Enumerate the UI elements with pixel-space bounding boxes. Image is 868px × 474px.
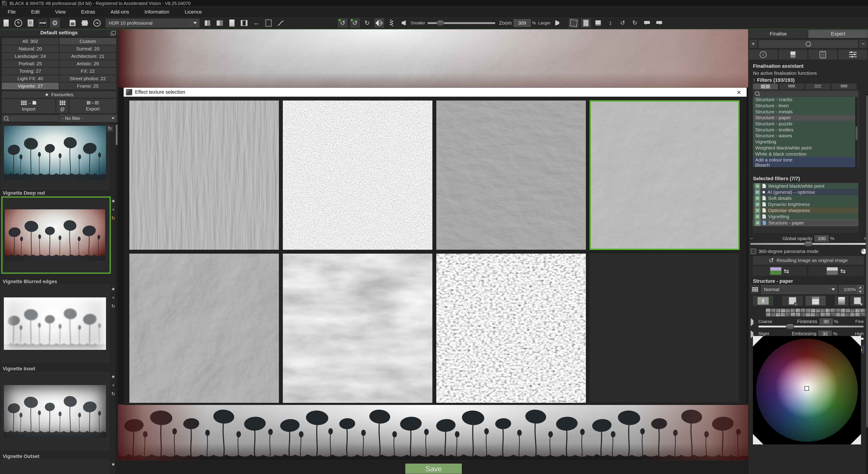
resulting-image-button[interactable]: ↺ Resulting image as original image bbox=[753, 256, 864, 265]
texture-chip[interactable] bbox=[850, 309, 855, 312]
filter-item[interactable]: Weighted black/white point bbox=[753, 145, 858, 151]
preset-thumbnail-blurred-edges[interactable] bbox=[1, 284, 109, 363]
close-icon[interactable]: × bbox=[735, 88, 743, 97]
texture-gradient-button[interactable] bbox=[835, 296, 848, 306]
scrollbar-thumb[interactable] bbox=[116, 125, 118, 145]
selected-filter-row[interactable]: Weighted black/white point bbox=[753, 183, 858, 189]
preview-toggle-button[interactable] bbox=[215, 18, 225, 28]
category-landscape[interactable]: Landscape: 24 bbox=[2, 53, 59, 60]
filter-list-search[interactable] bbox=[753, 90, 859, 97]
filter-item-selected[interactable]: Structure - paper bbox=[753, 115, 858, 121]
texture-chip[interactable] bbox=[781, 313, 785, 316]
fineness-slider[interactable] bbox=[758, 326, 864, 328]
texture-chip[interactable] bbox=[835, 309, 840, 312]
menu-extras[interactable]: Extras bbox=[73, 7, 103, 17]
category-fx[interactable]: FX: 22 bbox=[59, 68, 116, 74]
spinner-down[interactable] bbox=[857, 290, 864, 294]
texture-chip[interactable] bbox=[845, 309, 850, 312]
colour-wheel-selector[interactable] bbox=[804, 386, 809, 391]
menu-addons[interactable]: Add-ons bbox=[103, 7, 137, 17]
batch-button[interactable] bbox=[239, 18, 249, 28]
texture-chip[interactable] bbox=[786, 309, 790, 312]
texture-chip[interactable] bbox=[860, 309, 865, 312]
filter-item[interactable]: Structure - puzzle bbox=[753, 121, 858, 127]
blend-opacity-spinner[interactable]: 100% bbox=[839, 285, 864, 294]
preset-thumbnail-deep-red[interactable] bbox=[1, 197, 111, 274]
category-natural[interactable]: Natural: 20 bbox=[2, 45, 59, 52]
preset-filter-dropdown[interactable]: - No filter - bbox=[59, 115, 117, 122]
menu-licence[interactable]: Licence bbox=[177, 7, 210, 17]
remove-filter-button[interactable]: − bbox=[859, 40, 867, 48]
menu-file[interactable]: File bbox=[0, 7, 23, 17]
spinner-up[interactable] bbox=[857, 285, 864, 289]
filter-item[interactable]: Add a colour tone bbox=[753, 157, 858, 163]
add-preset-icon[interactable]: + bbox=[112, 382, 115, 388]
selected-filter-row[interactable]: AI (general) – optimise bbox=[753, 189, 858, 195]
texture-chip[interactable] bbox=[850, 313, 855, 316]
curve-button[interactable] bbox=[276, 18, 286, 28]
refresh-icon[interactable]: ↻ bbox=[111, 391, 115, 397]
texture-chip[interactable] bbox=[786, 313, 790, 316]
panel-scrollbar[interactable] bbox=[866, 94, 868, 474]
rotate-left-button[interactable]: ↺ bbox=[618, 18, 627, 28]
share-button[interactable]: ➔ bbox=[92, 18, 102, 28]
undo-history-button[interactable]: ↺ bbox=[350, 18, 360, 28]
texture-chip[interactable] bbox=[840, 309, 845, 312]
preset-dropdown-button[interactable] bbox=[191, 19, 199, 27]
filters-header-row[interactable]: ↑ Filters (193/193) bbox=[753, 77, 795, 83]
texture-chip[interactable] bbox=[776, 313, 780, 316]
menu-edit[interactable]: Edit bbox=[23, 7, 47, 17]
zoom-value[interactable]: 309 bbox=[514, 19, 531, 27]
refresh-icon[interactable]: ↻ bbox=[106, 125, 113, 132]
texture-chip[interactable] bbox=[791, 313, 795, 316]
preset-dropdown[interactable]: HDR 10 professional bbox=[106, 19, 199, 27]
favourite-star-icon[interactable]: ★ bbox=[111, 286, 116, 292]
fineness-value[interactable]: 30 bbox=[819, 318, 833, 325]
checkbox-icon[interactable] bbox=[755, 220, 761, 226]
texture-fit-button[interactable] bbox=[753, 296, 773, 306]
more-tools-button[interactable] bbox=[386, 18, 397, 28]
texture-chip[interactable] bbox=[811, 309, 815, 312]
undo-button[interactable]: ↺ bbox=[338, 18, 348, 28]
filter-view-wide[interactable] bbox=[832, 83, 857, 90]
sliders-tab-button[interactable] bbox=[838, 50, 867, 60]
favourite-star-icon[interactable]: ★ bbox=[111, 198, 116, 204]
category-vignette[interactable]: Vignette: 27 bbox=[2, 83, 59, 90]
texture-chip[interactable] bbox=[826, 313, 830, 316]
stretch-height-button[interactable]: ↕ bbox=[605, 18, 615, 28]
texture-chip[interactable] bbox=[845, 313, 850, 316]
category-frame[interactable]: Frame: 25 bbox=[59, 83, 116, 90]
detach-panel-icon[interactable] bbox=[112, 31, 116, 35]
texture-chip[interactable] bbox=[840, 313, 845, 316]
annotation-button[interactable] bbox=[642, 18, 652, 28]
favourite-star-icon[interactable]: ★ bbox=[111, 374, 116, 379]
category-artistic[interactable]: Artistic: 29 bbox=[59, 60, 116, 67]
crop-rotate-button[interactable] bbox=[569, 18, 579, 28]
texture-chip[interactable] bbox=[820, 309, 825, 312]
filter-item[interactable]: Structure - waves bbox=[753, 133, 858, 139]
texture-chip[interactable] bbox=[826, 309, 830, 312]
category-lightfx[interactable]: Light FX: 40 bbox=[2, 75, 59, 82]
filter-item[interactable]: Vignetting bbox=[753, 139, 858, 145]
checkbox-icon[interactable] bbox=[755, 183, 760, 189]
category-architecture[interactable]: Architecture: 21 bbox=[59, 53, 116, 60]
texture-chip[interactable] bbox=[766, 309, 770, 312]
filter-view-thumbs[interactable] bbox=[805, 83, 830, 90]
save-button[interactable]: Save bbox=[405, 464, 462, 474]
texture-browser-button[interactable] bbox=[751, 285, 759, 294]
resize-button[interactable]: ↔ bbox=[251, 18, 261, 28]
checkbox-icon[interactable] bbox=[755, 202, 760, 207]
global-opacity-value[interactable]: 100 bbox=[815, 235, 829, 242]
compare-view-button[interactable] bbox=[203, 18, 213, 28]
texture-chip[interactable] bbox=[796, 313, 800, 316]
texture-chip[interactable] bbox=[781, 309, 785, 312]
export-image-button[interactable] bbox=[227, 18, 237, 28]
document-tab-button[interactable] bbox=[779, 50, 807, 60]
category-toning[interactable]: Toning: 27 bbox=[2, 68, 59, 74]
texture-chip[interactable] bbox=[815, 309, 820, 312]
browse-images-button[interactable] bbox=[26, 18, 35, 28]
texture-chip[interactable] bbox=[831, 309, 835, 312]
texture-add-button[interactable]: + bbox=[782, 296, 803, 306]
frame-button[interactable] bbox=[264, 18, 274, 28]
checkbox-icon[interactable] bbox=[755, 190, 760, 195]
